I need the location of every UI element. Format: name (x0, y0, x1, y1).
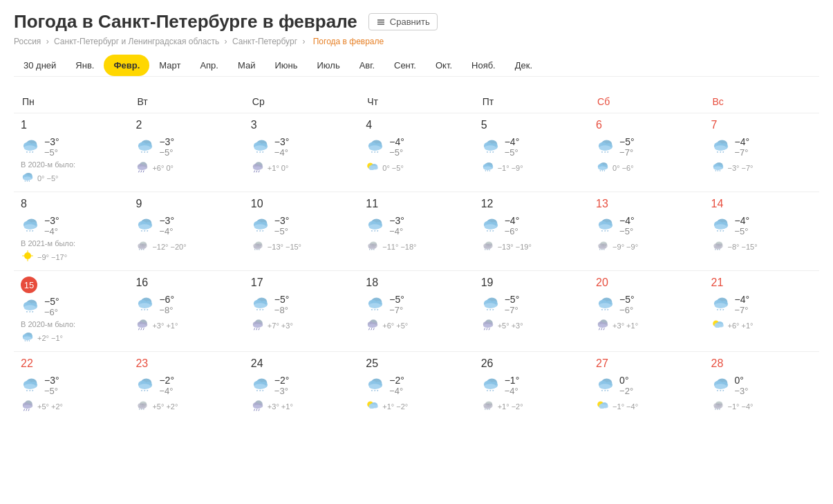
month-nav-item[interactable]: Февр. (104, 55, 149, 76)
calendar-day[interactable]: 26 * * * −1° −4° * * * +1° −2° (474, 352, 589, 420)
day-number: 21 (711, 277, 724, 289)
main-weather: * * * −4° −5° (711, 215, 812, 236)
weather-icon: * * * (366, 136, 385, 158)
historical-temps: −11° −18° (382, 243, 416, 251)
temp-low: −7° (735, 305, 750, 315)
calendar-day[interactable]: 10 * * * −3° −5° * * * −13° −15° (244, 192, 359, 271)
historical-weather: +5° +2° (21, 398, 122, 414)
svg-point-200 (483, 324, 492, 328)
svg-point-286 (603, 404, 608, 409)
svg-line-166 (141, 328, 142, 330)
historical-weather: * * * +5° +2° (135, 398, 236, 414)
historical-icon (21, 398, 35, 414)
historical-icon: * * * (711, 239, 725, 254)
main-weather: * * * −3° −5° (135, 136, 236, 158)
main-weather: * * * −2° −4° (366, 375, 467, 396)
calendar-day[interactable]: 1 * * * −3° −5° В 2020-м было: * * * 0° … (14, 113, 129, 192)
calendar-day[interactable]: 7 * * * −4° −7° * * * −3° −7° (704, 113, 819, 192)
month-nav-item[interactable]: Янв. (66, 55, 104, 76)
weather-icon: * * * (135, 294, 155, 315)
day-number: 18 (366, 277, 378, 289)
calendar-day[interactable]: 9 * * * −3° −4° * * * −12° −20° (129, 192, 243, 271)
weather-icon: * * * (481, 375, 500, 396)
svg-point-164 (138, 324, 147, 328)
month-nav-item[interactable]: Окт. (426, 55, 462, 76)
temp-high: −4° (735, 294, 750, 305)
temp-high: 0° (735, 375, 749, 386)
calendar-day[interactable]: 14 * * * −4° −5° * * * −8° −15° (704, 192, 819, 271)
calendar-day[interactable]: 6 * * * −5° −7° * * * 0° −6° (589, 113, 704, 192)
month-nav-item[interactable]: Май (228, 55, 265, 76)
day-number: 22 (21, 357, 33, 370)
historical-temps: +3° +1° (152, 321, 178, 330)
compare-button[interactable]: Сравнить (368, 13, 438, 30)
calendar-day[interactable]: 25 * * * −2° −4° +1° −2° (359, 352, 474, 420)
svg-text:* * *: * * * (26, 229, 34, 234)
historical-icon (366, 317, 380, 333)
month-nav-item[interactable]: Июнь (265, 55, 307, 76)
calendar-day[interactable]: 2 * * * −3° −5° +6° 0° (129, 113, 243, 192)
calendar-day[interactable]: 18 * * * −5° −7° +6° +5° (359, 271, 474, 352)
month-nav-item[interactable]: Нояб. (462, 55, 505, 76)
month-nav-item[interactable]: Авг. (350, 55, 384, 76)
month-nav-item[interactable]: Апр. (190, 55, 228, 76)
temp-low: −4° (389, 386, 404, 396)
calendar-day[interactable]: 15 * * * −5° −6° В 2020-м было: * * * +2… (14, 271, 129, 352)
calendar-day[interactable]: 16 * * * −6° −8° +3° +1° (129, 271, 243, 352)
month-nav-item[interactable]: Дек. (505, 55, 542, 76)
historical-icon: * * * (366, 239, 380, 254)
main-weather: * * * −4° −6° (481, 215, 582, 236)
calendar-day[interactable]: 5 * * * −4° −5° * * * −1° −9° (474, 113, 589, 192)
month-nav-item[interactable]: Сент. (384, 55, 426, 76)
calendar-day[interactable]: 22 * * * −3° −5° +5° +2° (14, 352, 129, 420)
calendar-day[interactable]: 11 * * * −3° −4° * * * −11° −18° (359, 192, 474, 271)
temp-high: −3° (159, 215, 174, 226)
temp-high: −1° (505, 375, 520, 386)
day-number: 7 (711, 119, 718, 131)
historical-temps: −1° −9° (498, 164, 523, 172)
calendar-day[interactable]: 27 * * * 0° −2° −1° −4° (589, 352, 704, 420)
calendar-day[interactable]: 17 * * * −5° −8° +7° +3° (244, 271, 359, 352)
svg-line-258 (259, 409, 259, 411)
day-number: 2 (135, 119, 142, 131)
calendar-day[interactable]: 23 * * * −2° −4° * * * +5° +2° (129, 352, 243, 420)
calendar-day[interactable]: 24 * * * −2° −3° +3° +1° (244, 352, 359, 420)
historical-temps: +1° −2° (498, 402, 523, 411)
weather-icon: * * * (135, 136, 155, 158)
svg-line-201 (484, 328, 485, 330)
calendar-day[interactable]: 20 * * * −5° −6° +3° +1° (589, 271, 704, 352)
today-badge: 15 (21, 277, 37, 293)
svg-text:* * *: * * * (371, 308, 379, 312)
calendar-day[interactable]: 21 * * * −4° −7° +6° +1° (704, 271, 819, 352)
historical-weather: * * * −9° −9° (596, 239, 697, 254)
month-nav-item[interactable]: Июль (307, 55, 349, 76)
svg-line-177 (254, 328, 254, 330)
calendar-day[interactable]: 4 * * * −4° −5° 0° −5° (359, 113, 474, 192)
temp-high: −4° (505, 136, 520, 147)
svg-text:* * *: * * * (256, 308, 264, 312)
calendar-day[interactable]: 13 * * * −4° −5° * * * −9° −9° (589, 192, 704, 271)
svg-text:* * *: * * * (601, 229, 609, 234)
svg-line-36 (259, 171, 259, 173)
svg-line-236 (28, 409, 29, 411)
day-number: 13 (596, 198, 608, 210)
historical-temps: +6° 0° (152, 164, 174, 172)
svg-text:* * *: * * * (371, 150, 379, 155)
calendar-day[interactable]: 28 * * * 0° −3° * * * −1° −4° (704, 352, 819, 420)
weekday-header: Чт (359, 91, 474, 113)
historical-icon (481, 317, 495, 333)
historical-icon: * * * (596, 160, 610, 176)
calendar-day[interactable]: 3 * * * −3° −4° +1° 0° (244, 113, 359, 192)
historical-icon: * * * (481, 160, 495, 176)
historical-weather: −1° −4° (596, 398, 697, 414)
calendar-day[interactable]: 12 * * * −4° −6° * * * −13° −19° (474, 192, 589, 271)
svg-text:* * *: * * * (139, 249, 144, 252)
svg-line-179 (259, 328, 259, 330)
month-nav-item[interactable]: Март (149, 55, 190, 76)
calendar-day[interactable]: 19 * * * −5° −7° +5° +3° (474, 271, 589, 352)
historical-temps: −12° −20° (152, 243, 186, 251)
historical-weather: * * * −3° −7° (711, 160, 812, 176)
month-nav-item[interactable]: 30 дней (14, 55, 66, 76)
day-number: 3 (251, 119, 257, 131)
calendar-day[interactable]: 8 * * * −3° −4° В 2021-м было: −9° −17° (14, 192, 129, 271)
